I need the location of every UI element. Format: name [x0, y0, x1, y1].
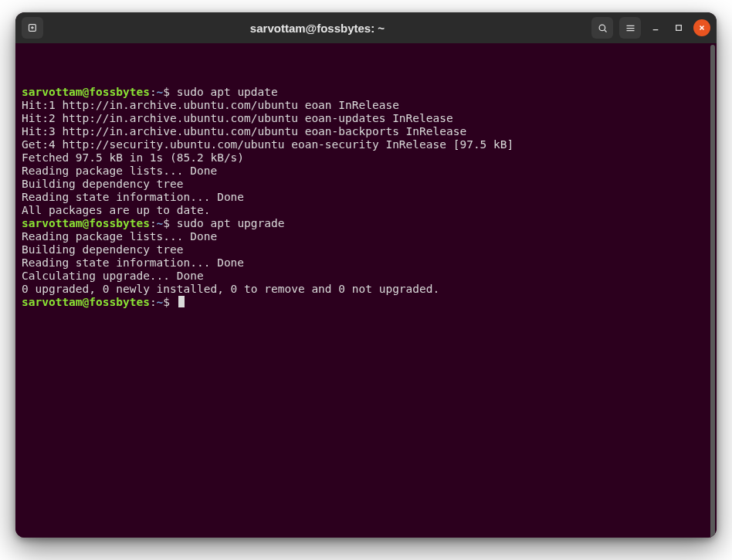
output-line: Reading package lists... Done — [22, 230, 717, 243]
output-line: All packages are up to date. — [22, 204, 717, 217]
prompt-user: sarvottam@fossbytes — [22, 86, 150, 98]
window-title: sarvottam@fossbytes: ~ — [250, 22, 385, 35]
svg-point-1 — [599, 25, 605, 31]
prompt-user: sarvottam@fossbytes — [22, 296, 150, 308]
prompt-symbol: $ — [163, 217, 176, 229]
prompt-line: sarvottam@fossbytes:~$ — [22, 296, 717, 309]
terminal-body[interactable]: sarvottam@fossbytes:~$ sudo apt updateHi… — [15, 43, 717, 538]
maximize-button[interactable] — [670, 19, 687, 36]
prompt-colon: : — [150, 217, 157, 229]
output-line: Reading state information... Done — [22, 256, 717, 270]
prompt-user: sarvottam@fossbytes — [22, 217, 150, 229]
new-tab-button[interactable] — [22, 17, 43, 39]
prompt-symbol: $ — [163, 86, 176, 98]
output-line: Reading state information... Done — [22, 191, 717, 204]
output-line: Building dependency tree — [22, 243, 717, 256]
cursor — [178, 296, 185, 307]
output-line: Get:4 http://security.ubuntu.com/ubuntu … — [22, 138, 717, 151]
prompt-line: sarvottam@fossbytes:~$ sudo apt update — [22, 86, 717, 99]
svg-rect-2 — [676, 25, 682, 31]
prompt-symbol: $ — [163, 296, 176, 308]
output-line: Hit:3 http://in.archive.ubuntu.com/ubunt… — [22, 125, 717, 138]
output-line: Fetched 97.5 kB in 1s (85.2 kB/s) — [22, 151, 717, 165]
output-line: Reading package lists... Done — [22, 165, 717, 178]
command-text: sudo apt upgrade — [177, 217, 285, 229]
prompt-line: sarvottam@fossbytes:~$ sudo apt upgrade — [22, 217, 717, 230]
output-line: Hit:1 http://in.archive.ubuntu.com/ubunt… — [22, 99, 717, 112]
output-line: Hit:2 http://in.archive.ubuntu.com/ubunt… — [22, 112, 717, 125]
minimize-button[interactable] — [647, 19, 664, 36]
titlebar: sarvottam@fossbytes: ~ — [15, 12, 717, 43]
search-button[interactable] — [591, 17, 613, 39]
scrollbar[interactable] — [710, 45, 715, 538]
close-button[interactable] — [693, 19, 710, 36]
menu-button[interactable] — [619, 17, 641, 39]
prompt-colon: : — [150, 296, 157, 308]
command-text: sudo apt update — [177, 86, 278, 98]
output-line: Building dependency tree — [22, 178, 717, 191]
output-line: Calculating upgrade... Done — [22, 270, 717, 283]
output-line: 0 upgraded, 0 newly installed, 0 to remo… — [22, 283, 717, 296]
terminal-window: sarvottam@fossbytes: ~ — [15, 12, 717, 538]
prompt-colon: : — [150, 86, 157, 98]
